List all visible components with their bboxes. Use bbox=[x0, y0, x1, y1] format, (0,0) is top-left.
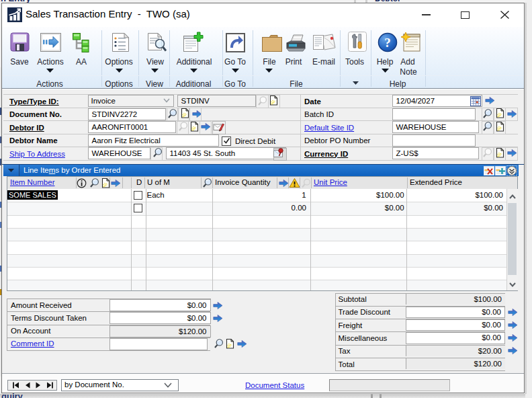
svg-text:?: ? bbox=[384, 36, 391, 50]
